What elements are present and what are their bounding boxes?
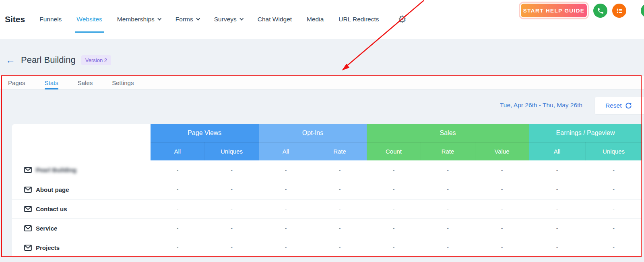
stat-value-cell: - xyxy=(421,199,475,218)
stat-value-cell: - xyxy=(204,160,259,180)
group-header-1: Opt-Ins xyxy=(259,124,367,142)
nav-item-memberships[interactable]: Memberships xyxy=(117,16,161,23)
page-name-cell: Projects xyxy=(12,238,151,257)
refresh-icon xyxy=(625,102,632,109)
sub-header-0-0: All xyxy=(151,142,204,160)
nav-item-media[interactable]: Media xyxy=(307,16,324,23)
stat-value-cell: - xyxy=(204,199,259,218)
tab-pages[interactable]: Pages xyxy=(8,76,25,89)
table-row[interactable]: Service--------- xyxy=(12,218,642,238)
table-row[interactable]: Pearl Building--------- xyxy=(12,160,642,180)
stat-value-cell: - xyxy=(259,218,313,238)
nav-item-funnels[interactable]: Funnels xyxy=(39,16,62,23)
sub-header-2-0: Count xyxy=(367,142,421,160)
sub-header-1-1: Rate xyxy=(313,142,367,160)
nav-item-surveys[interactable]: Surveys xyxy=(214,16,243,23)
page-name: Pearl Building xyxy=(36,166,76,173)
stats-table: Page ViewsOpt-InsSalesEarnings / Pagevie… xyxy=(12,124,642,258)
stat-value-cell: - xyxy=(475,199,529,218)
chevron-down-icon xyxy=(157,16,161,20)
page-name: About page xyxy=(36,186,69,193)
sub-header-2-1: Rate xyxy=(421,142,475,160)
stat-value-cell: - xyxy=(259,160,313,180)
table-row[interactable]: Contact us--------- xyxy=(12,199,642,218)
chevron-down-icon xyxy=(196,16,200,20)
nav-item-websites[interactable]: Websites xyxy=(76,16,102,23)
main-nav: FunnelsWebsitesMembershipsFormsSurveysCh… xyxy=(39,16,379,23)
page-name-cell: Service xyxy=(12,218,151,238)
stat-value-cell: - xyxy=(259,180,313,199)
sub-header-3-0: All xyxy=(529,142,585,160)
page-name-cell: Contact us xyxy=(12,199,151,218)
stat-value-cell: - xyxy=(367,199,421,218)
sub-header-0-1: Uniques xyxy=(204,142,259,160)
tab-sales[interactable]: Sales xyxy=(78,76,93,89)
sub-header-3-1: Uniques xyxy=(585,142,642,160)
stat-value-cell: - xyxy=(421,160,475,180)
nav-item-url-redirects[interactable]: URL Redirects xyxy=(339,16,379,23)
reset-button[interactable]: Reset xyxy=(595,97,644,114)
stat-value-cell: - xyxy=(259,199,313,218)
table-row[interactable]: About page--------- xyxy=(12,180,642,199)
stat-value-cell: - xyxy=(585,218,642,238)
stat-value-cell: - xyxy=(529,238,585,257)
back-arrow-icon[interactable]: ← xyxy=(6,55,15,65)
nav-item-forms[interactable]: Forms xyxy=(175,16,199,23)
table-header: Page ViewsOpt-InsSalesEarnings / Pagevie… xyxy=(12,124,642,160)
gear-icon[interactable]: ⚙ xyxy=(398,15,407,24)
stat-value-cell: - xyxy=(585,238,642,257)
page-title: Pearl Building xyxy=(21,55,76,65)
edge-partial-button[interactable] xyxy=(641,4,644,18)
phone-icon xyxy=(597,7,604,15)
stat-value-cell: - xyxy=(151,238,204,257)
page-name: Service xyxy=(36,225,57,232)
nav-item-label: Forms xyxy=(175,16,193,23)
sub-header-2-2: Value xyxy=(475,142,529,160)
nav-item-chat-widget[interactable]: Chat Widget xyxy=(258,16,292,23)
stat-value-cell: - xyxy=(151,218,204,238)
stat-value-cell: - xyxy=(529,180,585,199)
date-range-picker[interactable]: Tue, Apr 26th - Thu, May 26th xyxy=(500,102,582,109)
page-head: ← Pearl Building Version 2 xyxy=(6,55,111,65)
stat-value-cell: - xyxy=(529,199,585,218)
stat-value-cell: - xyxy=(529,218,585,238)
group-header-0: Page Views xyxy=(151,124,259,142)
stat-value-cell: - xyxy=(313,160,367,180)
tab-bar: PagesStatsSalesSettings xyxy=(0,76,644,89)
stat-value-cell: - xyxy=(421,218,475,238)
stat-value-cell: - xyxy=(529,160,585,180)
stat-value-cell: - xyxy=(421,180,475,199)
stat-value-cell: - xyxy=(313,238,367,257)
nav-divider xyxy=(389,11,389,28)
stat-value-cell: - xyxy=(475,238,529,257)
stat-value-cell: - xyxy=(475,218,529,238)
version-badge: Version 2 xyxy=(81,55,111,65)
page-name-cell: Pearl Building xyxy=(12,160,151,180)
start-help-guide-button[interactable]: START HELP GUIDE xyxy=(520,3,588,18)
menu-list-button[interactable] xyxy=(612,4,626,18)
tab-settings[interactable]: Settings xyxy=(112,76,134,89)
stats-toolbar: Tue, Apr 26th - Thu, May 26th Reset xyxy=(0,89,644,124)
stat-value-cell: - xyxy=(313,199,367,218)
stat-value-cell: - xyxy=(151,160,204,180)
reset-label: Reset xyxy=(605,102,622,109)
tab-stats[interactable]: Stats xyxy=(45,76,58,89)
page-name: Projects xyxy=(36,244,60,251)
nav-item-label: Chat Widget xyxy=(258,16,292,23)
stat-value-cell: - xyxy=(475,160,529,180)
group-header-3: Earnings / Pageview xyxy=(529,124,642,142)
nav-item-label: Media xyxy=(307,16,324,23)
stat-value-cell: - xyxy=(313,218,367,238)
stats-table-element: Page ViewsOpt-InsSalesEarnings / Pagevie… xyxy=(12,124,642,258)
blank-header-cell xyxy=(12,124,151,160)
stat-value-cell: - xyxy=(204,180,259,199)
table-row[interactable]: Projects--------- xyxy=(12,238,642,257)
stat-value-cell: - xyxy=(367,160,421,180)
envelope-icon xyxy=(24,206,32,212)
envelope-icon xyxy=(24,166,32,173)
stat-value-cell: - xyxy=(259,238,313,257)
stat-value-cell: - xyxy=(421,238,475,257)
phone-button[interactable] xyxy=(593,4,607,18)
stat-value-cell: - xyxy=(204,218,259,238)
group-header-2: Sales xyxy=(367,124,529,142)
